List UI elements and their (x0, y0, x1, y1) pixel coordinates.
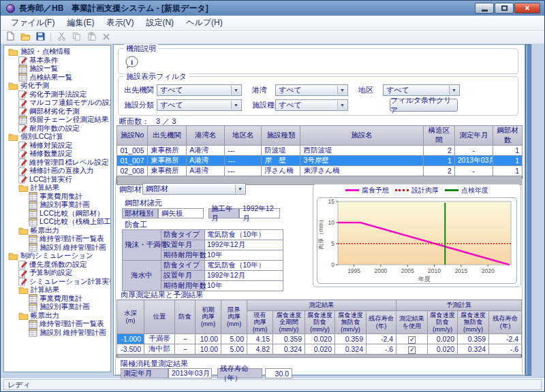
tree-item[interactable]: LCC比較（桟橋上部工） (4, 218, 110, 226)
facility-row[interactable]: 01_005東事務所A港湾---防波堤西防波堤2-1 (117, 146, 523, 156)
tree-item[interactable]: 計算結果 (4, 184, 110, 192)
tree-item[interactable]: 予算制約設定 (4, 269, 110, 277)
tree-item[interactable]: 制約シミュレーション (4, 252, 110, 260)
copy-button[interactable] (69, 31, 83, 43)
tree-item[interactable]: シミュレーション計算実行 (4, 278, 110, 286)
tree-item[interactable]: 帳票出力 (4, 227, 110, 235)
tree-item[interactable]: 維持管理計画一覧表 (4, 235, 110, 243)
edit-icon (18, 175, 27, 184)
list-icon (29, 201, 37, 210)
tree-item[interactable]: 施設別 維持管理計画 (4, 244, 110, 252)
tree-item[interactable]: 維持管理目標レベル設定 (4, 159, 110, 167)
svg-text:10: 10 (328, 219, 335, 226)
tree-item[interactable]: マルコフ連鎖モデルの設定 (4, 99, 110, 107)
svg-text:i: i (131, 58, 133, 66)
filter-class-select[interactable]: すべて▼ (157, 99, 242, 111)
edit-icon (18, 107, 27, 116)
new-document-button[interactable] (3, 31, 17, 43)
list-icon (29, 209, 37, 218)
filter-type-select[interactable]: すべて▼ (275, 99, 348, 111)
tree-item[interactable]: LCC計算実行 (4, 176, 110, 184)
measurement-row[interactable]: -3.500海中部−10.005.004.820.3240.0200.324-.… (117, 344, 522, 355)
tree-item[interactable]: 事業費用集計 (4, 193, 110, 201)
tree-item[interactable]: 事業費用集計 (4, 295, 110, 303)
anode-title: 陽極消耗量測定結果 (121, 359, 188, 368)
tree-item[interactable]: 係留チェーン径測定結果 (4, 116, 110, 124)
paste-button[interactable] (84, 31, 98, 43)
member-type-label: 部材種別 (122, 208, 158, 218)
property-label: 防食タイプ (161, 261, 205, 271)
tree-item[interactable]: 個別LCC計算 (4, 133, 110, 141)
cut-button[interactable] (54, 31, 68, 43)
filter-district-select[interactable]: すべて▼ (383, 84, 460, 96)
chevron-down-icon: ▼ (337, 101, 347, 110)
filter-office-select[interactable]: すべて▼ (157, 84, 242, 96)
folder-icon (18, 286, 29, 294)
tree-item[interactable]: 基本条件 (4, 56, 110, 65)
tree-item[interactable]: 鋼部材劣化予測 (4, 108, 110, 116)
edit-icon (18, 150, 27, 159)
tree-item[interactable]: 補修計画の直接入力 (4, 167, 110, 175)
tree-item[interactable]: 施設別事業計画 (4, 303, 110, 311)
steel-member-select[interactable]: 鋼部材▼ (142, 183, 246, 195)
tree-item[interactable]: 耐用年数の設定 (4, 125, 110, 133)
filter-clear-button[interactable]: フィルタ条件クリア (390, 99, 458, 112)
property-value: 10年 (205, 250, 283, 261)
menu-view[interactable]: 表示(V) (100, 16, 140, 30)
list-icon (29, 192, 37, 201)
tree-item[interactable]: 補修対策設定 (4, 142, 110, 150)
facility-column-header: 測定年月 (454, 126, 493, 146)
app-window: 長寿郎／HB 事業計画支援システム - [新規データ] × ファイル(F) 編集… (0, 0, 545, 392)
facility-filter-title: 施設表示フィルタ (124, 72, 189, 80)
menu-file[interactable]: ファイル(F) (5, 16, 61, 30)
tree-item[interactable]: 施設別事業計画 (4, 201, 110, 209)
facility-row[interactable]: 02_008東事務所A港湾---浮さん橋東浮さん橋2-1 (117, 166, 523, 176)
navigation-tree: 施設・点検情報基本条件施設一覧点検結果一覧劣化予測劣化予測手法設定マルコフ連鎖モ… (3, 45, 111, 372)
filter-district-label: 地区 (358, 86, 373, 95)
tree-item[interactable]: 劣化予測手法設定 (4, 91, 110, 99)
tree-item[interactable]: 維持管理計画一覧表 (4, 320, 110, 328)
tree-item[interactable]: 優先度係数の設定 (4, 261, 110, 269)
menu-edit[interactable]: 編集(E) (61, 16, 100, 30)
folder-icon (18, 184, 29, 192)
facility-row[interactable]: 01_007東事務所A港湾---岸 壁3号岸壁12013年03月1 (117, 156, 523, 166)
tree-item[interactable]: 劣化予測 (4, 82, 110, 90)
filter-port-select[interactable]: すべて▼ (275, 84, 348, 96)
open-folder-icon (20, 31, 31, 44)
tree-item[interactable]: 点検結果一覧 (4, 74, 110, 82)
delete-icon (102, 31, 110, 44)
tree-item[interactable]: 帳票出力 (4, 312, 110, 320)
col-rate-unprot: 腐食速度 無防食 (mm/y) (335, 311, 367, 334)
tree-item[interactable]: 計算結果 (4, 286, 110, 294)
menu-settings[interactable]: 設定(N) (140, 16, 180, 30)
folder-icon (18, 227, 29, 235)
maximize-button[interactable] (495, 3, 514, 14)
edit-icon (18, 141, 27, 150)
tree-item[interactable]: LCC比較（鋼部材） (4, 210, 110, 218)
maximize-icon (501, 5, 508, 11)
delete-button[interactable] (99, 31, 113, 43)
window-title: 長寿郎／HB 事業計画支援システム - [新規データ] (19, 3, 475, 14)
svg-text:1995: 1995 (347, 267, 360, 274)
anode-life-value: 30.0 (265, 368, 292, 378)
measurement-row[interactable]: -1.000干満帯−10.005.004.150.3590.0200.359-2… (117, 334, 522, 344)
svg-text:肉厚（mm）: 肉厚（mm） (317, 216, 324, 249)
tree-item[interactable]: 施設・点検情報 (4, 48, 110, 56)
chevron-down-icon: ▼ (449, 86, 458, 95)
open-folder-button[interactable] (18, 31, 32, 43)
member-type-value: 鋼矢板 (158, 208, 204, 218)
use-measured-checkbox[interactable] (408, 346, 416, 354)
tree-item[interactable]: 補修数量設定 (4, 150, 110, 158)
use-measured-checkbox[interactable] (408, 336, 416, 344)
tree-item[interactable]: 施設一覧 (4, 65, 110, 73)
chart-legend: 腐食予想設計肉厚点検年度 (313, 184, 520, 196)
minimize-button[interactable] (475, 3, 494, 14)
depth-cell[interactable]: -3.500 (117, 344, 144, 355)
tree-item[interactable]: 施設別 維持管理計画 (4, 329, 110, 337)
save-button[interactable] (33, 31, 47, 43)
close-button[interactable]: × (514, 3, 540, 14)
menu-help[interactable]: ヘルプ(H) (180, 16, 229, 30)
construction-date-label: 施工年月 (208, 208, 239, 218)
depth-cell[interactable]: -1.000 (117, 334, 144, 344)
facility-column-header: 施設No (117, 126, 148, 146)
